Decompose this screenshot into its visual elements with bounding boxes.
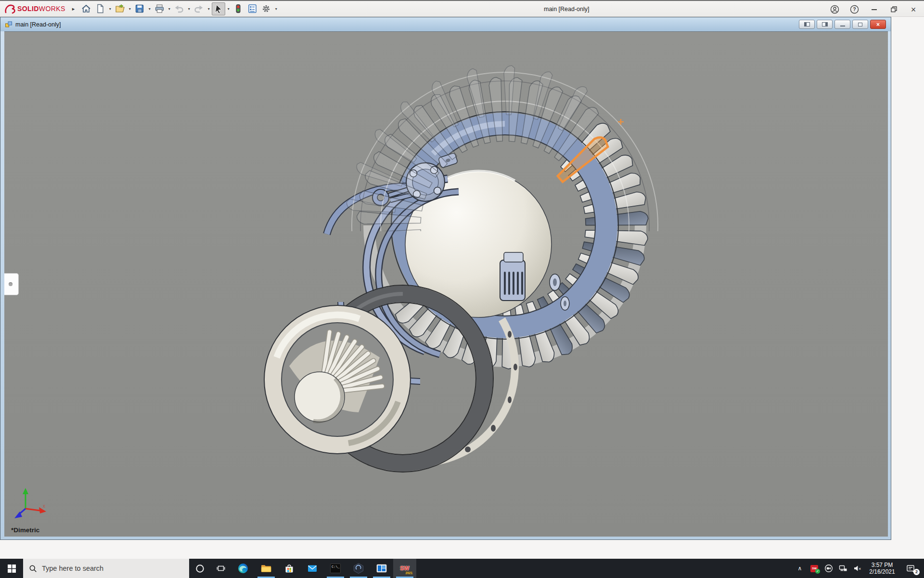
- chevron-up-icon: ∧: [798, 565, 802, 572]
- tray-meet-now[interactable]: [822, 559, 835, 578]
- windows-taskbar: C:\_ SW 2021 ∧ SW ✓: [0, 559, 924, 578]
- engine-3d-model[interactable]: [4, 32, 888, 537]
- doc-close-button[interactable]: ×: [870, 20, 886, 29]
- options-button[interactable]: [259, 2, 273, 15]
- meet-now-camera-icon: [824, 564, 833, 573]
- task-view-button[interactable]: [210, 559, 231, 578]
- windows-logo-icon: [8, 565, 16, 573]
- open-dropdown[interactable]: ▾: [127, 7, 132, 11]
- select-tool-button[interactable]: [212, 2, 225, 15]
- print-button[interactable]: [153, 2, 166, 15]
- taskbar-app-command-prompt[interactable]: C:\_: [324, 559, 347, 578]
- search-input[interactable]: [42, 565, 177, 572]
- redo-dropdown[interactable]: ▾: [206, 7, 211, 11]
- home-button[interactable]: [79, 2, 93, 15]
- select-cursor-icon: [213, 3, 224, 14]
- select-tool-dropdown[interactable]: ▾: [226, 7, 231, 11]
- document-window-controls: ×: [799, 20, 886, 29]
- action-center-button[interactable]: 2: [900, 559, 921, 578]
- tray-solidworks-monitor[interactable]: SW ✓: [808, 559, 821, 578]
- network-icon: [839, 564, 847, 573]
- doc-minimize-button[interactable]: [834, 20, 850, 29]
- tray-time: 3:57 PM: [867, 562, 897, 568]
- print-icon: [154, 3, 165, 14]
- triad-x-axis: [26, 509, 40, 511]
- file-properties-icon: [247, 3, 257, 14]
- assembly-document-icon: [5, 21, 13, 28]
- restore-icon: [891, 6, 897, 13]
- taskbar-search[interactable]: [23, 559, 189, 578]
- undo-button[interactable]: [172, 2, 186, 15]
- search-icon: [29, 565, 37, 573]
- minimize-button[interactable]: [869, 5, 879, 14]
- system-tray: ∧ SW ✓ ×: [793, 559, 924, 578]
- options-dropdown[interactable]: ▾: [273, 7, 279, 11]
- taskbar-spacer: [416, 559, 793, 578]
- help-button[interactable]: ?: [849, 5, 859, 14]
- rebuild-traffic-light-icon: [233, 3, 244, 14]
- tray-date: 2/16/2021: [867, 568, 897, 575]
- check-icon: ✓: [815, 569, 820, 574]
- taskbar-app-mail[interactable]: [301, 559, 324, 578]
- doc-close-icon: ×: [876, 21, 880, 28]
- menu-flyout-arrow[interactable]: ▸: [72, 6, 75, 12]
- tray-clock[interactable]: 3:57 PM 2/16/2021: [865, 562, 899, 575]
- save-dropdown[interactable]: ▾: [147, 7, 152, 11]
- task-view-icon: [216, 564, 226, 573]
- triad-x-label: x: [43, 503, 45, 509]
- help-icon: ?: [850, 5, 859, 14]
- app-titlebar: SOLIDWORKS ▸ ▾ ▾: [0, 0, 924, 17]
- mail-icon: [307, 563, 318, 574]
- taskbar-app-edge[interactable]: [231, 559, 255, 578]
- document-titlebar: main [Read-only] ×: [0, 17, 891, 31]
- save-icon: [134, 3, 145, 14]
- doc-restore-icon: [858, 23, 862, 26]
- taskbar-app-microsoft-store[interactable]: [278, 559, 301, 578]
- account-icon: [830, 5, 839, 14]
- featuremanager-collapsed-tab[interactable]: [4, 273, 19, 295]
- minimize-icon: [872, 9, 877, 10]
- tray-network[interactable]: [836, 559, 850, 578]
- tray-overflow-chevron[interactable]: ∧: [793, 559, 807, 578]
- rebuild-button[interactable]: [231, 2, 245, 15]
- new-document-button[interactable]: [93, 2, 107, 15]
- home-icon: [81, 3, 91, 14]
- solidworks-shield-icon: SW ✓: [810, 565, 818, 572]
- quick-access-toolbar: ▾ ▾ ▾ ▾ ▾: [79, 2, 279, 15]
- start-button[interactable]: [0, 559, 23, 578]
- window-app-icon: [376, 563, 387, 574]
- pane-right-button[interactable]: [817, 20, 833, 29]
- document-window: main [Read-only] ×: [0, 17, 891, 540]
- undo-dropdown[interactable]: ▾: [186, 7, 192, 11]
- window-title: main [Read-only]: [544, 6, 590, 13]
- taskbar-app-blue-window-tool[interactable]: [370, 559, 393, 578]
- account-button[interactable]: [830, 5, 839, 14]
- new-document-icon: [95, 3, 105, 14]
- hexagon-app-icon: [353, 563, 364, 574]
- new-document-dropdown[interactable]: ▾: [107, 7, 113, 11]
- redo-button[interactable]: [192, 2, 205, 15]
- doc-minimize-icon: [840, 26, 845, 27]
- pane-left-button[interactable]: [799, 20, 815, 29]
- triad-y-arrowhead: [23, 488, 28, 494]
- close-button[interactable]: ×: [909, 5, 918, 14]
- pane-left-icon: [804, 22, 810, 26]
- taskbar-app-solidworks[interactable]: SW 2021: [393, 559, 416, 578]
- restore-button[interactable]: [889, 5, 898, 14]
- save-button[interactable]: [133, 2, 146, 15]
- cortana-icon: [195, 564, 205, 573]
- open-button[interactable]: [113, 2, 127, 15]
- model-viewport[interactable]: x *Dimetric: [4, 31, 888, 537]
- window-controls: ? ×: [830, 1, 918, 18]
- pane-right-icon: [822, 22, 828, 26]
- orientation-triad[interactable]: x: [9, 487, 55, 522]
- taskbar-app-file-explorer[interactable]: [255, 559, 278, 578]
- undo-icon: [174, 3, 184, 14]
- cortana-button[interactable]: [189, 559, 210, 578]
- file-properties-button[interactable]: [245, 2, 259, 15]
- tray-volume-muted[interactable]: ×: [851, 559, 864, 578]
- open-folder-icon: [115, 3, 125, 14]
- taskbar-app-hexagon-tool[interactable]: [347, 559, 370, 578]
- doc-restore-button[interactable]: [852, 20, 868, 29]
- print-dropdown[interactable]: ▾: [167, 7, 172, 11]
